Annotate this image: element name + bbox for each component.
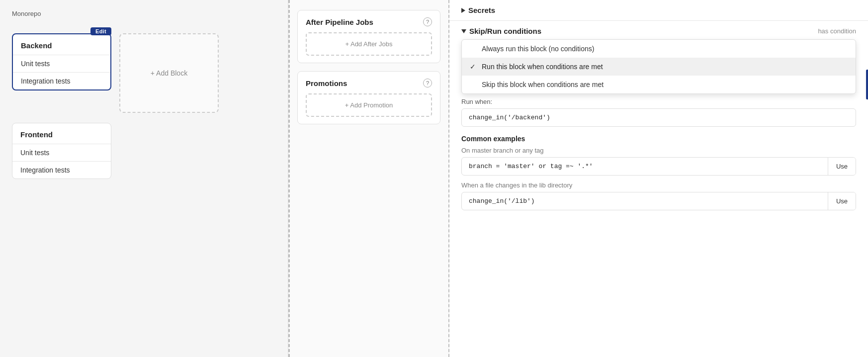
run-when-label: Run when: — [449, 98, 868, 105]
secrets-toggle[interactable]: Secrets — [461, 6, 856, 14]
condition-run-label: Run this block when conditions are met — [482, 63, 603, 71]
after-jobs-title: After Pipeline Jobs — [306, 18, 373, 26]
common-examples-label: Common examples — [449, 135, 868, 143]
backend-block-title: Backend — [13, 34, 110, 55]
promotions-help-icon[interactable]: ? — [423, 79, 432, 88]
condition-option-run-when-met[interactable]: ✓ Run this block when conditions are met — [462, 58, 856, 76]
edit-badge[interactable]: Edit — [90, 27, 111, 35]
frontend-block: Frontend Unit tests Integration tests — [12, 123, 111, 179]
add-promotion-button[interactable]: + Add Promotion — [306, 93, 432, 117]
backend-block: Edit Backend Unit tests Integration test… — [12, 33, 111, 90]
add-block-button[interactable]: + Add Block — [119, 33, 219, 113]
right-panel: Secrets Skip/Run conditions has conditio… — [449, 0, 868, 357]
skip-run-toggle[interactable]: Skip/Run conditions — [461, 27, 541, 35]
check-always — [470, 45, 478, 53]
example-row-1: change_in('/lib') Use — [461, 192, 856, 210]
has-condition-badge: has condition — [818, 27, 856, 35]
run-when-input[interactable]: change_in('/backend') — [461, 108, 856, 127]
skip-run-title-text: Skip/Run conditions — [469, 27, 541, 35]
skip-run-section: Skip/Run conditions has condition Always… — [449, 21, 868, 98]
use-button-0[interactable]: Use — [828, 158, 856, 175]
example-desc-1: When a file changes in the lib directory — [449, 181, 868, 189]
middle-panel: After Pipeline Jobs ? + Add After Jobs P… — [289, 0, 448, 357]
secrets-triangle-icon — [461, 8, 465, 13]
example-row-0: branch = 'master' or tag =~ '.*' Use — [461, 157, 856, 176]
secrets-section: Secrets — [449, 0, 868, 21]
check-run-when-met: ✓ — [470, 63, 478, 71]
left-panel: Monorepo Edit Backend Unit tests Integra… — [0, 0, 288, 357]
frontend-job-unit-tests: Unit tests — [12, 144, 111, 162]
backend-job-unit-tests: Unit tests — [13, 55, 110, 73]
example-code-0: branch = 'master' or tag =~ '.*' — [462, 158, 828, 175]
check-skip — [470, 81, 478, 89]
conditions-dropdown: Always run this block (no conditions) ✓ … — [461, 39, 856, 94]
after-jobs-header: After Pipeline Jobs ? — [306, 17, 432, 26]
promotions-header: Promotions ? — [306, 79, 432, 88]
frontend-job-integration-tests: Integration tests — [12, 162, 111, 178]
after-jobs-help-icon[interactable]: ? — [423, 17, 432, 26]
use-button-1[interactable]: Use — [828, 192, 856, 210]
add-after-jobs-button[interactable]: + Add After Jobs — [306, 32, 432, 56]
condition-option-always[interactable]: Always run this block (no conditions) — [462, 40, 856, 58]
example-code-1: change_in('/lib') — [462, 192, 828, 210]
promotions-section: Promotions ? + Add Promotion — [297, 71, 440, 124]
skip-run-triangle-icon — [461, 29, 466, 33]
example-desc-0: On master branch or any tag — [449, 147, 868, 154]
blocks-row-top: Edit Backend Unit tests Integration test… — [12, 33, 276, 113]
promotions-title: Promotions — [306, 79, 347, 88]
after-pipeline-jobs-section: After Pipeline Jobs ? + Add After Jobs — [297, 10, 440, 63]
frontend-block-title: Frontend — [12, 123, 111, 144]
secrets-label: Secrets — [468, 6, 495, 14]
skip-run-header: Skip/Run conditions has condition — [461, 27, 856, 35]
add-block-label: + Add Block — [151, 69, 187, 77]
condition-option-skip-when-met[interactable]: Skip this block when conditions are met — [462, 76, 856, 93]
condition-skip-label: Skip this block when conditions are met — [482, 81, 604, 89]
monorepo-label: Monorepo — [12, 10, 276, 17]
condition-always-label: Always run this block (no conditions) — [482, 45, 594, 53]
backend-job-integration-tests: Integration tests — [13, 73, 110, 89]
